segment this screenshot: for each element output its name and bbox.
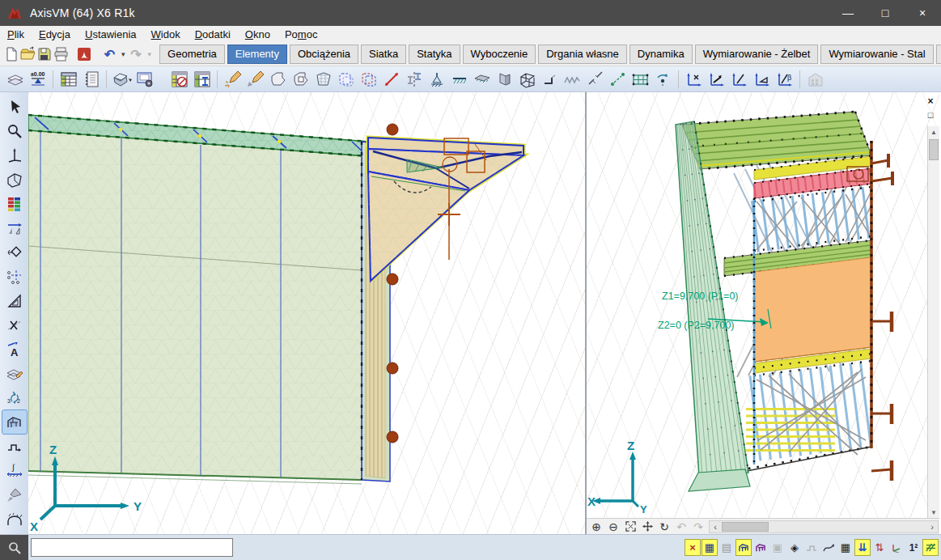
panel-close-button[interactable]: × <box>924 95 937 107</box>
ref-vector-icon[interactable] <box>706 69 727 90</box>
domain-icon[interactable] <box>267 69 289 90</box>
snap-grid-icon[interactable]: ▦ <box>702 539 718 556</box>
zoom-in-icon[interactable]: ⊕ <box>589 520 604 534</box>
local-system-icon[interactable] <box>888 539 905 556</box>
ref-angle-icon[interactable]: β <box>774 69 795 90</box>
ref-axis-icon[interactable] <box>728 69 750 90</box>
horizontal-scroll-thumb[interactable] <box>722 522 769 532</box>
minimize-button[interactable]: — <box>829 0 867 26</box>
gravity-direction-icon[interactable]: ⇊ <box>854 539 871 556</box>
menu-plik[interactable]: Plik <box>0 27 32 42</box>
horizontal-scrollbar[interactable]: ‹ › <box>709 520 939 533</box>
render-icon[interactable] <box>2 483 27 507</box>
renumber-icon[interactable]: 123 <box>2 386 27 409</box>
hole-icon[interactable] <box>290 69 312 90</box>
building-model-icon[interactable] <box>804 69 826 90</box>
new-file-button[interactable] <box>3 45 19 65</box>
break-line-icon[interactable] <box>2 313 27 337</box>
geometric-transform-icon[interactable] <box>2 216 27 240</box>
menu-pomoc[interactable]: Pomoc <box>278 27 324 42</box>
perspective-icon[interactable] <box>922 539 939 556</box>
pan-icon[interactable] <box>640 520 655 534</box>
line-elements-icon[interactable] <box>380 69 402 90</box>
line-support-icon[interactable] <box>448 69 470 90</box>
search-input[interactable] <box>31 538 233 557</box>
domain-contour-icon[interactable] <box>335 69 357 90</box>
undo-button[interactable]: ↶ <box>99 45 121 65</box>
table-browser-icon[interactable] <box>57 69 79 90</box>
domain-variable-icon[interactable] <box>358 69 379 90</box>
menu-widok[interactable]: Widok <box>144 27 188 42</box>
mesh-grid-icon[interactable]: ▦ <box>837 539 854 556</box>
open-file-button[interactable] <box>19 45 36 65</box>
scroll-up-button[interactable]: ▲ <box>928 126 939 138</box>
link-element-icon[interactable] <box>607 69 629 90</box>
delete-icon[interactable]: × <box>685 539 701 556</box>
geometry-check-icon[interactable]: ◈ <box>786 539 803 556</box>
selection-cursor-icon[interactable] <box>2 95 27 118</box>
level-marker-icon[interactable]: ±0.00 <box>27 69 49 90</box>
frame-element-icon[interactable] <box>516 69 538 90</box>
surface-support-icon[interactable] <box>471 69 493 90</box>
zoom-icon[interactable] <box>2 119 27 142</box>
mesh-quad-icon[interactable] <box>629 69 651 90</box>
drawing-library-icon[interactable] <box>111 69 133 90</box>
scroll-right-button[interactable]: › <box>926 521 938 532</box>
spline-tool-icon[interactable] <box>820 539 837 556</box>
menu-dodatki[interactable]: Dodatki <box>188 27 238 42</box>
report-maker-icon[interactable] <box>80 69 102 90</box>
layers-icon[interactable]: ▤ <box>718 539 735 556</box>
scroll-down-button[interactable]: ▼ <box>928 507 939 518</box>
spring-icon[interactable] <box>562 69 583 90</box>
edge-element-icon[interactable] <box>539 69 561 90</box>
workplanes-icon[interactable] <box>2 168 27 191</box>
tab-statyka[interactable]: Statyka <box>409 45 460 64</box>
tab-overflow[interactable]: Wymia▶ <box>936 45 941 64</box>
tab-drgania-wlasne[interactable]: Drgania własne <box>538 45 627 64</box>
clipboard-icon[interactable]: ▣ <box>769 539 786 556</box>
supports-bridge-icon[interactable] <box>2 507 27 531</box>
tab-geometria[interactable]: Geometria <box>159 45 225 64</box>
layer-manager-icon[interactable] <box>4 69 26 90</box>
nodal-support-icon[interactable] <box>426 69 447 90</box>
main-viewport[interactable]: Z Y X <box>28 92 587 534</box>
menu-okno[interactable]: Okno <box>238 27 278 42</box>
save-to-library-icon[interactable] <box>134 69 155 90</box>
layer-edit-icon[interactable] <box>2 362 27 385</box>
redo-dropdown[interactable]: ▾ <box>148 50 152 58</box>
vertical-scrollbar[interactable]: ▲ ▼ <box>927 126 939 518</box>
flip-axis-icon[interactable]: ⇅ <box>871 539 888 556</box>
dimension-text-icon[interactable]: A <box>2 337 27 361</box>
pdf-export-button[interactable] <box>76 45 92 65</box>
rotate-icon[interactable] <box>2 240 27 264</box>
ref-point-icon[interactable] <box>683 69 705 90</box>
tab-dynamika[interactable]: Dynamika <box>629 45 693 64</box>
gap-element-icon[interactable] <box>584 69 606 90</box>
zoom-to-fit-icon[interactable] <box>623 520 638 534</box>
section-segment-icon[interactable]: ∫ <box>2 459 27 482</box>
redo-button[interactable]: ↷ <box>125 45 147 65</box>
workplane-1-icon[interactable] <box>735 539 752 556</box>
redo-view-icon[interactable]: ↷ <box>691 520 706 534</box>
rib-icon[interactable] <box>494 69 515 90</box>
draw-direct-icon[interactable] <box>222 69 244 90</box>
tab-siatka[interactable]: Siatka <box>361 45 406 64</box>
maximize-button[interactable]: □ <box>867 0 904 26</box>
rotate-view-icon[interactable]: ↻ <box>657 520 672 534</box>
scroll-left-button[interactable]: ‹ <box>710 521 721 532</box>
polyline-icon[interactable] <box>2 435 27 458</box>
print-button[interactable] <box>53 45 70 65</box>
geometry-tools-icon[interactable] <box>2 289 27 312</box>
menu-ustawienia[interactable]: Ustawienia <box>78 27 144 42</box>
close-button[interactable]: × <box>904 0 941 26</box>
menu-edycja[interactable]: Edycja <box>32 27 78 42</box>
domain-mesh-icon[interactable] <box>312 69 334 90</box>
draw-objects-icon[interactable] <box>244 69 266 90</box>
polyline-tool-icon[interactable] <box>803 539 820 556</box>
save-file-button[interactable] <box>36 45 53 65</box>
parts-icon[interactable] <box>2 410 27 434</box>
guidelines-icon[interactable] <box>2 265 27 288</box>
workplane-2-icon[interactable] <box>752 539 769 556</box>
tab-wymiarowanie-stal[interactable]: Wymiarowanie - Stal <box>820 45 933 64</box>
panel-maximize-button[interactable]: □ <box>924 108 937 121</box>
